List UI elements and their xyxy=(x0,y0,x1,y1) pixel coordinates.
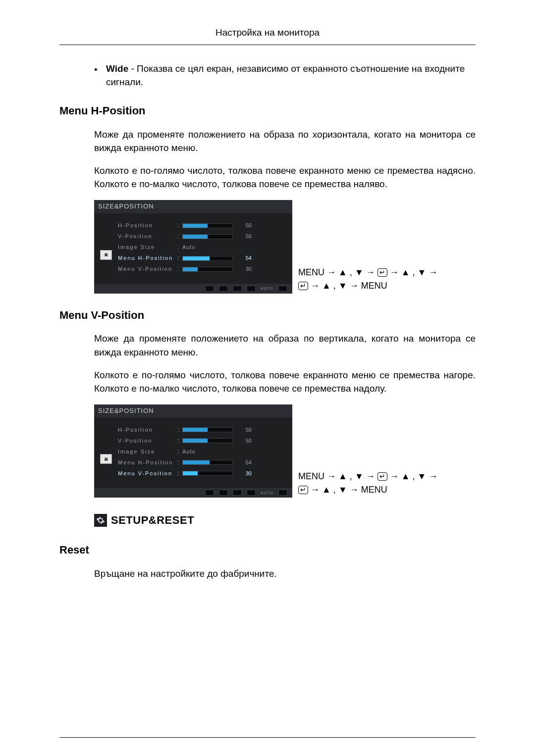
osd-category-icon: ▣ xyxy=(100,250,112,260)
arrow-down-icon: ▼ xyxy=(355,267,364,277)
osd-title: SIZE&POSITION xyxy=(94,200,292,213)
arrow-down-icon: ▼ xyxy=(418,267,427,277)
osd-nav-btn xyxy=(205,286,214,292)
nav-menu: MENU xyxy=(298,471,324,481)
osd-nav-btn xyxy=(278,286,287,292)
osd-row-hpos: H-Position : 50 xyxy=(118,220,286,231)
wide-bullet: • Wide - Показва се цял екран, независим… xyxy=(94,62,476,89)
page: Настройка на монитора • Wide - Показва с… xyxy=(0,0,535,756)
osd-label: V-Position xyxy=(118,437,177,445)
nav-menu: MENU xyxy=(361,281,387,291)
osd-slider xyxy=(182,267,233,272)
osd-label: Menu H-Position xyxy=(118,254,177,262)
osd-row-menu-v: Menu V-Position : 30 xyxy=(118,264,286,275)
osd-text-value: Auto xyxy=(182,244,196,252)
osd-slider xyxy=(182,438,233,443)
osd-nav-btn xyxy=(233,286,242,292)
osd-nav-btn xyxy=(205,490,214,496)
running-header: Настройка на монитора xyxy=(59,26,476,45)
osd-value: 30 xyxy=(233,470,252,478)
osd-label: Image Size xyxy=(118,244,177,252)
osd-row-image-size: Image Size : Auto xyxy=(118,446,286,457)
arrow-right-icon: → xyxy=(428,471,437,481)
osd-label: Menu V-Position xyxy=(118,470,177,478)
menu-h-p1: Може да променяте положението на образа … xyxy=(94,128,476,155)
arrow-up-icon: ▲ xyxy=(338,471,347,481)
nav-comma: , xyxy=(410,471,418,481)
wide-text: - Показва се цял екран, независимо от ек… xyxy=(106,63,465,88)
osd-nav-btn xyxy=(278,490,287,496)
menu-h-p2: Колкото е по-голямо числото, толкова пов… xyxy=(94,164,476,191)
arrow-down-icon: ▼ xyxy=(355,471,364,481)
arrow-right-icon: → xyxy=(327,267,336,277)
nav-comma: , xyxy=(331,281,338,291)
nav-menu: MENU xyxy=(361,485,387,495)
reset-text: Връщане на настройките до фабричните. xyxy=(94,567,476,581)
osd-slider xyxy=(182,471,233,476)
setup-reset-heading: SETUP&RESET xyxy=(94,512,476,528)
osd-value: 50 xyxy=(233,426,252,434)
osd-slider xyxy=(182,234,233,239)
osd-label: Image Size xyxy=(118,448,177,456)
osd-nav-btn xyxy=(233,490,242,496)
osd-label: H-Position xyxy=(118,222,177,230)
osd-row-vpos: V-Position : 50 xyxy=(118,435,286,446)
osd-value: 30 xyxy=(233,265,252,273)
osd-nav-auto: AUTO xyxy=(261,490,273,496)
osd-slider xyxy=(182,460,233,465)
enter-key-icon: ↵ xyxy=(377,472,387,481)
nav-menu: MENU xyxy=(298,267,324,277)
enter-key-icon: ↵ xyxy=(298,486,308,494)
osd-value: 50 xyxy=(233,233,252,241)
osd-label: V-Position xyxy=(118,233,177,241)
osd-category-icon: ▣ xyxy=(100,454,112,464)
osd-value: 54 xyxy=(233,459,252,467)
arrow-up-icon: ▲ xyxy=(401,471,410,481)
setup-reset-title: SETUP&RESET xyxy=(111,512,194,528)
header-rule xyxy=(59,45,476,45)
menu-v-p1: Може да променяте положението на образа … xyxy=(94,332,476,359)
arrow-down-icon: ▼ xyxy=(338,485,347,495)
arrow-right-icon: → xyxy=(366,471,375,481)
osd-screenshot-v: SIZE&POSITION ▣ H-Position : 50 V-Positi… xyxy=(94,404,292,498)
osd-row-image-size: Image Size : Auto xyxy=(118,242,286,253)
osd-row-vpos: V-Position : 50 xyxy=(118,231,286,242)
osd-slider xyxy=(182,223,233,228)
menu-h-heading: Menu H-Position xyxy=(59,103,476,119)
osd-row-menu-h: Menu H-Position : 54 xyxy=(118,457,286,468)
footer-rule xyxy=(59,737,476,738)
osd-nav-btn xyxy=(219,490,228,496)
arrow-right-icon: → xyxy=(350,485,359,495)
arrow-right-icon: → xyxy=(390,267,399,277)
osd-title: SIZE&POSITION xyxy=(94,404,292,418)
arrow-up-icon: ▲ xyxy=(322,281,331,291)
arrow-up-icon: ▲ xyxy=(401,267,410,277)
nav-sequence-v: MENU → ▲ , ▼ → ↵ → ▲ , ▼ → ↵ → ▲ , ▼ → M… xyxy=(298,470,437,498)
arrow-right-icon: → xyxy=(311,485,320,495)
osd-label: Menu V-Position xyxy=(118,265,177,273)
osd-nav-bar: AUTO xyxy=(94,488,292,498)
arrow-down-icon: ▼ xyxy=(418,471,427,481)
osd-nav-btn xyxy=(247,490,256,496)
osd-value: 50 xyxy=(233,437,252,445)
osd-nav-btn xyxy=(247,286,256,292)
osd-value: 50 xyxy=(233,222,252,230)
osd-nav-bar: AUTO xyxy=(94,284,292,294)
nav-sequence-h: MENU → ▲ , ▼ → ↵ → ▲ , ▼ → ↵ → ▲ , ▼ → M… xyxy=(298,266,437,294)
wide-label: Wide xyxy=(106,63,128,74)
nav-comma: , xyxy=(347,267,355,277)
osd-label: Menu H-Position xyxy=(118,459,177,467)
arrow-right-icon: → xyxy=(390,471,399,481)
osd-label: H-Position xyxy=(118,426,177,434)
arrow-right-icon: → xyxy=(311,281,320,291)
nav-comma: , xyxy=(347,471,355,481)
osd-value: 54 xyxy=(233,254,252,262)
arrow-down-icon: ▼ xyxy=(338,281,347,291)
enter-key-icon: ↵ xyxy=(377,268,387,277)
nav-comma: , xyxy=(410,267,418,277)
arrow-up-icon: ▲ xyxy=(338,267,347,277)
arrow-right-icon: → xyxy=(428,267,437,277)
arrow-right-icon: → xyxy=(366,267,375,277)
reset-heading: Reset xyxy=(59,542,476,558)
osd-text-value: Auto xyxy=(182,448,196,456)
